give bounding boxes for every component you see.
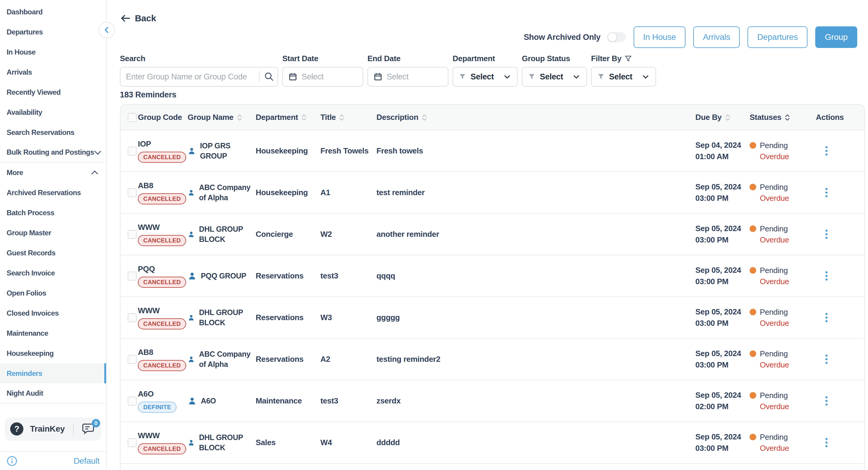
group-name-cell[interactable]: DHL GROUP BLOCK	[188, 224, 256, 245]
column-header[interactable]: Description	[376, 113, 695, 122]
column-header-label: Actions	[816, 113, 844, 122]
sort-icon[interactable]	[339, 113, 345, 122]
group-name-cell[interactable]: DHL GROUP BLOCK	[188, 433, 256, 453]
sort-icon[interactable]	[422, 113, 427, 122]
statuses-cell: Pending Overdue	[750, 183, 816, 203]
trainkey-widget[interactable]: ? TrainKey 0	[5, 417, 101, 441]
end-date-filter: End Date Select	[368, 54, 448, 87]
sort-icon[interactable]	[784, 113, 790, 122]
group-name-cell[interactable]: A6O	[188, 396, 256, 406]
column-header[interactable]: Group Name	[188, 113, 256, 122]
kebab-menu-icon[interactable]	[824, 186, 829, 199]
tab-label: Arrivals	[703, 32, 730, 42]
sidebar-item[interactable]: Dashboard	[0, 2, 106, 22]
sort-icon[interactable]	[237, 113, 243, 122]
group-status-select[interactable]: Select	[522, 67, 587, 87]
row-checkbox-cell	[121, 272, 138, 281]
column-header[interactable]: Title	[320, 113, 376, 122]
search-icon[interactable]	[264, 71, 275, 82]
kebab-menu-icon[interactable]	[824, 436, 829, 449]
kebab-menu-icon[interactable]	[824, 395, 829, 407]
show-archived-label: Show Archived Only	[524, 33, 600, 42]
row-checkbox[interactable]	[128, 230, 137, 239]
due-time: 01:00 AM	[695, 151, 750, 162]
sidebar-item[interactable]: Batch Process	[0, 202, 106, 223]
sidebar-item[interactable]: Housekeeping	[0, 343, 106, 363]
sidebar-item[interactable]: Search Invoice	[0, 263, 106, 283]
sidebar-item[interactable]: Archived Reservations	[0, 183, 106, 202]
filter-by-select[interactable]: Select	[591, 67, 656, 87]
group-code: WWW	[138, 223, 188, 232]
tab[interactable]: In House	[633, 26, 686, 48]
divider	[73, 423, 74, 435]
tab[interactable]: Departures	[747, 26, 807, 48]
group-name-cell[interactable]: IOP GRS GROUP	[188, 141, 256, 161]
tab[interactable]: Arrivals	[693, 26, 740, 48]
title-cell: Fresh Towels	[320, 146, 376, 156]
kebab-menu-icon[interactable]	[824, 228, 829, 241]
group-name-cell[interactable]: PQQ GROUP	[188, 271, 256, 281]
sidebar-collapse-button[interactable]	[99, 22, 115, 38]
sidebar-item[interactable]: Reminders	[0, 363, 106, 383]
column-header-label: Description	[376, 113, 418, 122]
sidebar-item[interactable]: Guest Records	[0, 243, 106, 263]
row-checkbox[interactable]	[128, 272, 137, 281]
column-header[interactable]: Actions	[816, 113, 864, 122]
sidebar-item[interactable]: Group Master	[0, 223, 106, 243]
sidebar-item[interactable]: Recently Viewed	[0, 82, 106, 102]
group-name: DHL GROUP BLOCK	[199, 308, 254, 328]
show-archived-toggle[interactable]	[607, 32, 626, 42]
sidebar-item[interactable]: Search Reservations	[0, 122, 106, 143]
actions-cell	[816, 311, 864, 324]
sidebar-item-label: Recently Viewed	[7, 88, 61, 96]
sort-icon[interactable]	[301, 113, 307, 122]
row-checkbox[interactable]	[128, 313, 137, 322]
sidebar-item[interactable]: Night Audit	[0, 383, 106, 403]
info-icon[interactable]	[7, 456, 18, 466]
sidebar-item[interactable]: Availability	[0, 102, 106, 122]
group-name-cell[interactable]: ABC Company of Alpha	[188, 183, 256, 203]
column-header[interactable]: Department	[256, 113, 320, 122]
column-header[interactable]: Due By	[695, 113, 750, 122]
end-date-field[interactable]: Select	[368, 67, 448, 87]
group-name-cell[interactable]: ABC Company of Alpha	[188, 349, 256, 370]
sidebar-item[interactable]: Departures	[0, 22, 106, 42]
filter-by-value: Select	[609, 72, 632, 82]
sidebar-item[interactable]: More	[0, 162, 106, 183]
group-name-cell[interactable]: DHL GROUP BLOCK	[188, 308, 256, 328]
start-date-field[interactable]: Select	[282, 67, 363, 87]
search-input[interactable]	[126, 72, 257, 82]
back-button[interactable]: Back	[120, 13, 156, 23]
sidebar-item[interactable]: Arrivals	[0, 62, 106, 82]
statuses-cell: Pending Overdue	[750, 391, 816, 411]
start-date-filter: Start Date Select	[282, 54, 363, 87]
column-header-label: Title	[320, 113, 336, 122]
title-cell: W3	[320, 313, 376, 322]
sidebar-item[interactable]: Closed Invoices	[0, 303, 106, 323]
due-time: 03:00 PM	[695, 193, 750, 204]
row-checkbox-cell	[121, 438, 138, 447]
sidebar-item[interactable]: Bulk Routing and Postings	[0, 143, 106, 162]
column-header[interactable]: Statuses	[750, 113, 816, 122]
kebab-menu-icon[interactable]	[824, 353, 829, 366]
department-select[interactable]: Select	[453, 67, 518, 87]
row-checkbox[interactable]	[128, 147, 137, 156]
chat-button[interactable]: 0	[82, 422, 96, 435]
row-checkbox[interactable]	[128, 355, 137, 364]
sort-icon[interactable]	[725, 113, 731, 122]
tab[interactable]: Group	[815, 26, 857, 48]
kebab-menu-icon[interactable]	[824, 270, 829, 282]
default-link[interactable]: Default	[73, 456, 99, 466]
kebab-menu-icon[interactable]	[824, 145, 829, 157]
table-body: IOP CANCELLED IOP GRS GROUP Housekeeping…	[121, 130, 864, 464]
sidebar-item[interactable]: Open Folios	[0, 283, 106, 303]
row-checkbox[interactable]	[128, 188, 137, 197]
sidebar-item[interactable]: In House	[0, 42, 106, 62]
table-row: WWW CANCELLED DHL GROUP BLOCK Sales W4 d…	[121, 422, 864, 464]
select-all-checkbox[interactable]	[128, 113, 137, 122]
row-checkbox[interactable]	[128, 438, 137, 447]
column-header[interactable]: Group Code	[138, 113, 188, 122]
sidebar-item[interactable]: Maintenance	[0, 323, 106, 343]
kebab-menu-icon[interactable]	[824, 311, 829, 324]
row-checkbox[interactable]	[128, 397, 137, 406]
